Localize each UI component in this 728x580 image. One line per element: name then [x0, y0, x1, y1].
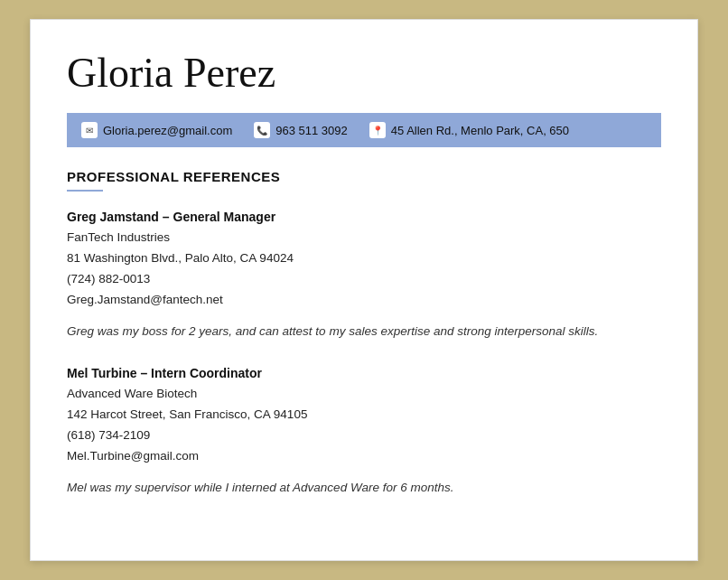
ref-1-title: General Manager: [173, 210, 276, 224]
section-divider: [67, 190, 103, 192]
ref-2-company: Advanced Ware Biotech: [67, 384, 661, 405]
ref-2-phone: (618) 734-2109: [67, 426, 661, 446]
ref-2-address: 142 Harcot Street, San Francisco, CA 941…: [67, 405, 661, 426]
ref-2-email: Mel.Turbine@gmail.com: [67, 446, 661, 467]
ref-1-company: FanTech Industries: [67, 228, 661, 248]
ref-2-name-title: Mel Turbine – Intern Coordinator: [67, 366, 661, 380]
reference-2: Mel Turbine – Intern Coordinator Advance…: [67, 366, 661, 497]
ref-2-name: Mel Turbine: [67, 366, 137, 380]
email-contact: ✉ Gloria.perez@gmail.com: [81, 122, 232, 138]
ref-2-title: Intern Coordinator: [151, 366, 262, 380]
ref-2-note: Mel was my supervisor while I interned a…: [67, 478, 661, 498]
address-contact: 📍 45 Allen Rd., Menlo Park, CA, 650: [369, 122, 569, 138]
resume-page: Gloria Perez ✉ Gloria.perez@gmail.com 📞 …: [30, 19, 698, 561]
phone-value: 963 511 3092: [275, 124, 348, 137]
ref-1-address: 81 Washington Blvd., Palo Alto, CA 94024: [67, 248, 661, 269]
ref-1-email: Greg.Jamstand@fantech.net: [67, 290, 661, 311]
phone-icon: 📞: [254, 122, 270, 138]
address-value: 45 Allen Rd., Menlo Park, CA, 650: [391, 124, 569, 137]
ref-1-name: Greg Jamstand: [67, 210, 159, 224]
email-value: Gloria.perez@gmail.com: [103, 124, 232, 137]
location-icon: 📍: [369, 122, 386, 138]
reference-1: Greg Jamstand – General Manager FanTech …: [67, 210, 661, 341]
ref-1-name-title: Greg Jamstand – General Manager: [67, 210, 661, 224]
references-section: PROFESSIONAL REFERENCES Greg Jamstand – …: [67, 169, 661, 498]
email-icon: ✉: [81, 122, 98, 138]
person-name: Gloria Perez: [67, 49, 661, 97]
ref-2-separator: –: [140, 366, 151, 380]
ref-1-note: Greg was my boss for 2 years, and can at…: [67, 322, 661, 341]
ref-1-separator: –: [163, 210, 173, 224]
section-title: PROFESSIONAL REFERENCES: [67, 169, 661, 184]
phone-contact: 📞 963 511 3092: [254, 122, 348, 138]
ref-1-phone: (724) 882-0013: [67, 269, 661, 290]
contact-bar: ✉ Gloria.perez@gmail.com 📞 963 511 3092 …: [67, 113, 661, 147]
